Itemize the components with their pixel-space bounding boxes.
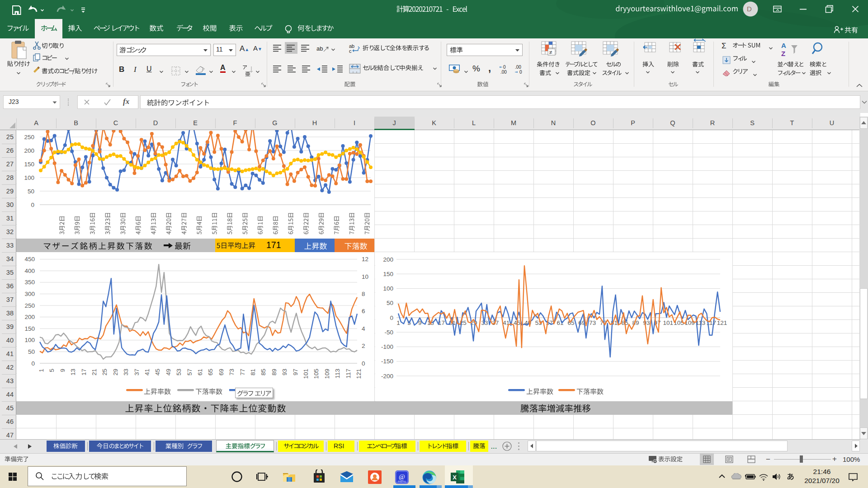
svg-text:0: 0 <box>362 360 365 367</box>
svg-text:13: 13 <box>70 369 76 375</box>
svg-text:100: 100 <box>24 337 35 343</box>
svg-text:0: 0 <box>31 202 34 208</box>
svg-text:150: 150 <box>24 161 34 168</box>
svg-text:c: c <box>349 48 352 53</box>
svg-text:ab: ab <box>316 45 323 52</box>
svg-text:2: 2 <box>362 343 365 349</box>
svg-text:350: 350 <box>24 279 35 286</box>
svg-text:93: 93 <box>281 369 288 375</box>
svg-text:69: 69 <box>218 369 225 375</box>
svg-text:1: 1 <box>38 369 45 372</box>
svg-text:73: 73 <box>228 369 235 375</box>
svg-text:93: 93 <box>643 319 650 326</box>
svg-text:89: 89 <box>271 369 278 375</box>
svg-text:.00: .00 <box>515 65 521 70</box>
svg-text:300: 300 <box>24 291 35 297</box>
svg-text:109: 109 <box>324 369 330 379</box>
svg-text:menu: menu <box>398 479 406 483</box>
svg-text:37: 37 <box>133 369 140 375</box>
svg-text:.00: .00 <box>500 70 507 75</box>
svg-text:41: 41 <box>144 369 151 375</box>
svg-text:57: 57 <box>186 369 193 375</box>
svg-text:-150: -150 <box>381 358 393 365</box>
svg-text:0: 0 <box>390 314 393 321</box>
svg-text:73: 73 <box>589 319 596 326</box>
svg-text:81: 81 <box>250 369 256 375</box>
svg-text:250: 250 <box>24 134 34 141</box>
svg-text:85: 85 <box>260 369 267 375</box>
svg-text:113: 113 <box>334 369 341 379</box>
svg-text:100: 100 <box>383 285 393 292</box>
svg-text:21: 21 <box>91 369 98 375</box>
svg-text:5: 5 <box>48 369 55 372</box>
svg-text:200: 200 <box>24 147 34 154</box>
svg-text:-100: -100 <box>381 343 393 350</box>
svg-text:12: 12 <box>362 256 368 263</box>
svg-text:6: 6 <box>362 308 365 314</box>
svg-text:25: 25 <box>101 369 108 375</box>
svg-text:400: 400 <box>24 267 35 274</box>
svg-text:121: 121 <box>355 369 362 379</box>
svg-text:65: 65 <box>207 369 214 375</box>
svg-text:200: 200 <box>24 314 35 320</box>
svg-text:29: 29 <box>112 369 119 375</box>
svg-text:33: 33 <box>123 369 129 375</box>
svg-text:10: 10 <box>362 273 368 280</box>
svg-text:8: 8 <box>362 291 365 297</box>
svg-text:117: 117 <box>345 369 352 379</box>
svg-text:105: 105 <box>313 369 320 379</box>
svg-text:0: 0 <box>503 65 506 70</box>
svg-text:200: 200 <box>383 256 393 263</box>
svg-text:250: 250 <box>24 302 35 309</box>
svg-text:-50: -50 <box>384 329 393 336</box>
svg-text:17: 17 <box>80 369 87 375</box>
svg-text:45: 45 <box>154 369 161 375</box>
svg-text:450: 450 <box>24 256 35 263</box>
svg-text:≠: ≠ <box>549 49 552 56</box>
svg-text:49: 49 <box>165 369 172 375</box>
svg-text:50: 50 <box>387 300 393 306</box>
svg-text:150: 150 <box>24 325 35 332</box>
svg-text:0: 0 <box>31 360 35 367</box>
svg-text:150: 150 <box>383 271 393 277</box>
svg-text:61: 61 <box>197 369 203 375</box>
svg-text:101: 101 <box>663 319 674 326</box>
svg-text:50: 50 <box>28 188 34 195</box>
svg-text:4: 4 <box>362 325 365 332</box>
svg-text:50: 50 <box>28 348 35 355</box>
svg-text:Z: Z <box>781 50 785 57</box>
svg-text:53: 53 <box>175 369 182 375</box>
svg-text:101: 101 <box>302 369 309 379</box>
svg-text:100: 100 <box>24 174 34 181</box>
svg-text:77: 77 <box>239 369 246 375</box>
svg-text:121: 121 <box>717 319 727 326</box>
svg-text:0: 0 <box>519 70 522 75</box>
svg-text:A: A <box>781 42 786 49</box>
svg-text:X: X <box>453 474 457 481</box>
svg-text:9: 9 <box>59 369 66 372</box>
svg-text:97: 97 <box>292 369 299 375</box>
svg-text:1: 1 <box>396 319 400 326</box>
svg-text:-200: -200 <box>381 373 393 380</box>
